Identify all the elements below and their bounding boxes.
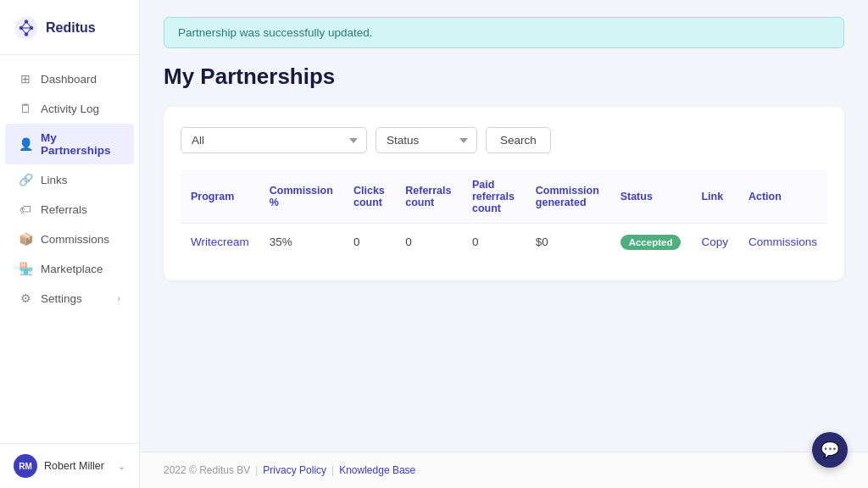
partnerships-card: All Status Search Program Commission % C… <box>164 107 844 280</box>
footer-separator-2: | <box>331 464 334 476</box>
chat-icon: 💬 <box>821 441 839 459</box>
sidebar-item-my-partnerships[interactable]: 👤 My Partnerships <box>5 124 134 164</box>
search-button[interactable]: Search <box>486 127 551 153</box>
activity-log-icon: 🗒 <box>19 102 32 115</box>
cell-commission-generated: $0 <box>526 224 610 261</box>
col-link: Link <box>691 170 738 224</box>
sidebar-item-referrals[interactable]: 🏷 Referrals <box>5 195 134 224</box>
cell-commission: 35% <box>259 224 343 261</box>
my-partnerships-icon: 👤 <box>19 137 32 151</box>
partnerships-table: Program Commission % Clicks count Referr… <box>181 170 827 260</box>
sidebar-item-marketplace[interactable]: 🏪 Marketplace <box>5 254 134 283</box>
sidebar-item-label: Links <box>41 174 68 186</box>
table-head: Program Commission % Clicks count Referr… <box>181 170 827 224</box>
marketplace-icon: 🏪 <box>19 262 32 275</box>
cell-clicks: 0 <box>343 224 395 261</box>
success-banner: Partnership was successfully updated. <box>164 17 844 48</box>
sidebar-item-label: My Partnerships <box>41 131 120 157</box>
cell-program: Writecream <box>181 224 259 261</box>
dashboard-icon: ⊞ <box>19 72 32 86</box>
chat-button[interactable]: 💬 <box>812 432 848 468</box>
col-commission: Commission % <box>259 170 343 224</box>
col-commission-generated: Commission generated <box>526 170 610 224</box>
sidebar-item-label: Commissions <box>41 233 109 246</box>
sidebar-nav: ⊞ Dashboard 🗒 Activity Log 👤 My Partners… <box>0 55 139 443</box>
commissions-action-link[interactable]: Commissions <box>748 236 817 248</box>
main-content: Partnership was successfully updated. My… <box>140 0 868 452</box>
program-link[interactable]: Writecream <box>191 236 249 248</box>
logo-icon <box>14 15 39 41</box>
footer: 2022 © Reditus BV | Privacy Policy | Kno… <box>140 452 868 488</box>
cell-action: Commissions <box>738 224 827 261</box>
user-name: Robert Miller <box>44 460 104 472</box>
links-icon: 🔗 <box>19 173 32 186</box>
commissions-icon: 📦 <box>19 232 32 246</box>
footer-separator-1: | <box>255 464 258 476</box>
settings-icon: ⚙ <box>19 291 32 305</box>
copy-link[interactable]: Copy <box>701 236 728 248</box>
sidebar: Reditus ⊞ Dashboard 🗒 Activity Log 👤 My … <box>0 0 140 488</box>
footer-copyright: 2022 © Reditus BV <box>164 464 250 476</box>
status-badge: Accepted <box>620 235 682 250</box>
sidebar-item-label: Dashboard <box>41 73 97 86</box>
chevron-down-icon: ⌄ <box>118 461 125 472</box>
sidebar-item-label: Settings <box>41 292 82 305</box>
sidebar-item-dashboard[interactable]: ⊞ Dashboard <box>5 64 134 93</box>
cell-paid-referrals: 0 <box>462 224 526 261</box>
page-title: My Partnerships <box>164 64 844 90</box>
program-filter[interactable]: All <box>181 127 367 153</box>
status-filter[interactable]: Status <box>376 127 477 153</box>
filters-row: All Status Search <box>181 127 827 153</box>
brand-name: Reditus <box>46 20 96 36</box>
col-program: Program <box>181 170 259 224</box>
sidebar-item-label: Referrals <box>41 203 87 216</box>
table-row: Writecream 35% 0 0 0 $0 Accepted Copy <box>181 224 827 261</box>
main-area: Partnership was successfully updated. My… <box>140 0 868 488</box>
col-referrals: Referrals count <box>395 170 462 224</box>
cell-status: Accepted <box>610 224 692 261</box>
sidebar-item-links[interactable]: 🔗 Links <box>5 165 134 194</box>
referrals-icon: 🏷 <box>19 202 32 216</box>
footer-privacy-link[interactable]: Privacy Policy <box>263 464 326 476</box>
chevron-right-icon: › <box>117 293 120 303</box>
sidebar-item-label: Marketplace <box>41 263 103 275</box>
col-clicks: Clicks count <box>343 170 395 224</box>
footer-knowledge-link[interactable]: Knowledge Base <box>339 464 415 476</box>
col-action: Action <box>738 170 827 224</box>
table-body: Writecream 35% 0 0 0 $0 Accepted Copy <box>181 224 827 261</box>
sidebar-item-commissions[interactable]: 📦 Commissions <box>5 225 134 253</box>
cell-referrals: 0 <box>395 224 462 261</box>
logo[interactable]: Reditus <box>0 0 139 55</box>
sidebar-item-settings[interactable]: ⚙ Settings › <box>5 284 134 313</box>
col-status: Status <box>610 170 692 224</box>
avatar: RM <box>14 454 37 478</box>
col-paid-referrals: Paid referrals count <box>462 170 526 224</box>
sidebar-item-activity-log[interactable]: 🗒 Activity Log <box>5 94 134 123</box>
table-header-row: Program Commission % Clicks count Referr… <box>181 170 827 224</box>
cell-link: Copy <box>691 224 738 261</box>
sidebar-item-label: Activity Log <box>41 103 99 115</box>
user-profile[interactable]: RM Robert Miller ⌄ <box>0 443 139 488</box>
